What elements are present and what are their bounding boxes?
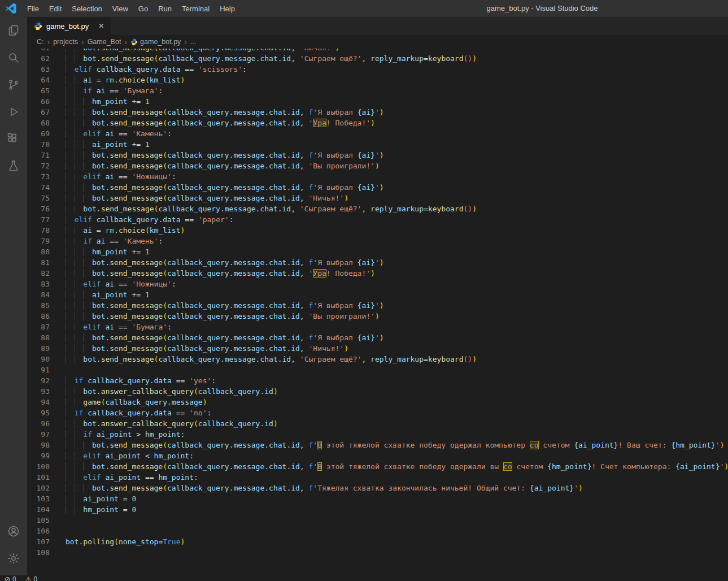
code-line[interactable]: 79 if ai == 'Камень': — [27, 236, 728, 246]
line-number[interactable]: 81 — [27, 257, 50, 268]
line-number[interactable]: 93 — [27, 386, 50, 397]
menu-terminal[interactable]: Terminal — [177, 5, 215, 13]
line-number[interactable]: 91 — [27, 365, 50, 375]
settings-icon[interactable] — [0, 545, 27, 572]
breadcrumb-item[interactable]: Game_Bot — [88, 38, 121, 46]
line-number[interactable]: 89 — [27, 343, 50, 354]
line-number[interactable]: 61 — [27, 49, 50, 53]
code-line[interactable]: 98 bot.send_message(callback_query.messa… — [27, 440, 728, 450]
code-line[interactable]: 104 hm_point = 0 — [27, 504, 728, 515]
code-line[interactable]: 77 elif callback_query.data == 'paper': — [27, 214, 728, 225]
breadcrumb-item[interactable]: projects — [53, 38, 78, 46]
line-number[interactable]: 88 — [27, 332, 50, 343]
code-line[interactable]: 95 if callback_query.data == 'no': — [27, 407, 728, 418]
code-line[interactable]: 70 ai_point += 1 — [27, 139, 728, 150]
line-number[interactable]: 82 — [27, 268, 50, 279]
line-number[interactable]: 84 — [27, 289, 50, 300]
menu-run[interactable]: Run — [153, 5, 177, 13]
code-line[interactable]: 62 bot.send_message(callback_query.messa… — [27, 53, 728, 64]
code-line[interactable]: 78 ai = rm.choice(km_list) — [27, 225, 728, 236]
testing-icon[interactable] — [0, 153, 27, 180]
code-line[interactable]: 81 bot.send_message(callback_query.messa… — [27, 257, 728, 268]
code-line[interactable]: 64 ai = rm.choice(km_list) — [27, 75, 728, 85]
code-line[interactable]: 88 bot.send_message(callback_query.messa… — [27, 332, 728, 343]
menu-selection[interactable]: Selection — [67, 5, 107, 13]
code-line[interactable]: 73 elif ai == 'Ножницы': — [27, 171, 728, 182]
code-line[interactable]: 106 — [27, 526, 728, 536]
code-line[interactable]: 108 — [27, 547, 728, 558]
line-number[interactable]: 92 — [27, 375, 50, 386]
code-line[interactable]: 90 bot.send_message(callback_query.messa… — [27, 354, 728, 365]
explorer-icon[interactable] — [0, 17, 27, 44]
code-line[interactable]: 102 bot.send_message(callback_query.mess… — [27, 483, 728, 493]
line-number[interactable]: 83 — [27, 279, 50, 289]
code-line[interactable]: 65 if ai == 'Бумага': — [27, 85, 728, 96]
extensions-icon[interactable] — [0, 125, 27, 153]
line-number[interactable]: 85 — [27, 300, 50, 311]
code-line[interactable]: 75 bot.send_message(callback_query.messa… — [27, 193, 728, 203]
line-number[interactable]: 105 — [27, 515, 50, 526]
line-number[interactable]: 79 — [27, 236, 50, 246]
breadcrumb-item[interactable]: game_bot.py — [130, 38, 181, 46]
code-line[interactable]: 80 hm_point += 1 — [27, 246, 728, 257]
line-number[interactable]: 77 — [27, 214, 50, 225]
line-number[interactable]: 107 — [27, 536, 50, 547]
line-number[interactable]: 101 — [27, 472, 50, 483]
line-number[interactable]: 103 — [27, 493, 50, 504]
line-number[interactable]: 96 — [27, 418, 50, 429]
line-number[interactable]: 76 — [27, 203, 50, 214]
code-line[interactable]: 100 bot.send_message(callback_query.mess… — [27, 461, 728, 472]
line-number[interactable]: 70 — [27, 139, 50, 150]
line-number[interactable]: 100 — [27, 461, 50, 472]
code-line[interactable]: 63 elif callback_query.data == 'scissors… — [27, 64, 728, 75]
code-line[interactable]: 82 bot.send_message(callback_query.messa… — [27, 268, 728, 279]
line-number[interactable]: 97 — [27, 429, 50, 440]
line-number[interactable]: 108 — [27, 547, 50, 558]
code-line[interactable]: 71 bot.send_message(callback_query.messa… — [27, 150, 728, 161]
code-line[interactable]: 87 elif ai == 'Бумага': — [27, 322, 728, 332]
line-number[interactable]: 62 — [27, 53, 50, 64]
code-line[interactable]: 67 bot.send_message(callback_query.messa… — [27, 107, 728, 118]
line-number[interactable]: 69 — [27, 128, 50, 139]
code-line[interactable]: 72 bot.send_message(callback_query.messa… — [27, 161, 728, 171]
search-icon[interactable] — [0, 44, 27, 71]
line-number[interactable]: 78 — [27, 225, 50, 236]
line-number[interactable]: 64 — [27, 75, 50, 85]
menu-file[interactable]: File — [22, 5, 44, 13]
line-number[interactable]: 102 — [27, 483, 50, 493]
line-number[interactable]: 65 — [27, 85, 50, 96]
code-line[interactable]: 96 bot.answer_callback_query(callback_qu… — [27, 418, 728, 429]
menu-view[interactable]: View — [107, 5, 133, 13]
line-number[interactable]: 72 — [27, 161, 50, 171]
code-line[interactable]: 107bot.polling(none_stop=True) — [27, 536, 728, 547]
run-and-debug-icon[interactable] — [0, 98, 27, 125]
code-line[interactable]: 85 bot.send_message(callback_query.messa… — [27, 300, 728, 311]
code-editor[interactable]: 61 bot.send_message(callback_query.messa… — [27, 49, 728, 575]
code-line[interactable]: 93 bot.answer_callback_query(callback_qu… — [27, 386, 728, 397]
line-number[interactable]: 104 — [27, 504, 50, 515]
code-line[interactable]: 66 hm_point += 1 — [27, 96, 728, 107]
source-control-icon[interactable] — [0, 71, 27, 98]
line-number[interactable]: 90 — [27, 354, 50, 365]
line-number[interactable]: 71 — [27, 150, 50, 161]
code-line[interactable]: 97 if ai_point > hm_point: — [27, 429, 728, 440]
code-line[interactable]: 92 if callback_query.data == 'yes': — [27, 375, 728, 386]
code-line[interactable]: 74 bot.send_message(callback_query.messa… — [27, 182, 728, 193]
line-number[interactable]: 75 — [27, 193, 50, 203]
menu-go[interactable]: Go — [133, 5, 153, 13]
line-number[interactable]: 67 — [27, 107, 50, 118]
line-number[interactable]: 87 — [27, 322, 50, 332]
line-number[interactable]: 94 — [27, 397, 50, 407]
line-number[interactable]: 66 — [27, 96, 50, 107]
code-line[interactable]: 101 elif ai_point == hm_point: — [27, 472, 728, 483]
line-number[interactable]: 95 — [27, 407, 50, 418]
code-line[interactable]: 89 bot.send_message(callback_query.messa… — [27, 343, 728, 354]
code-line[interactable]: 68 bot.send_message(callback_query.messa… — [27, 118, 728, 128]
code-line[interactable]: 86 bot.send_message(callback_query.messa… — [27, 311, 728, 322]
line-number[interactable]: 74 — [27, 182, 50, 193]
close-icon[interactable]: ✕ — [97, 22, 105, 30]
line-number[interactable]: 68 — [27, 118, 50, 128]
problems-indicator[interactable]: ⊘ 0 ⚠ 0 — [5, 575, 37, 581]
line-number[interactable]: 98 — [27, 440, 50, 450]
code-line[interactable]: 99 elif ai_point < hm_point: — [27, 450, 728, 461]
